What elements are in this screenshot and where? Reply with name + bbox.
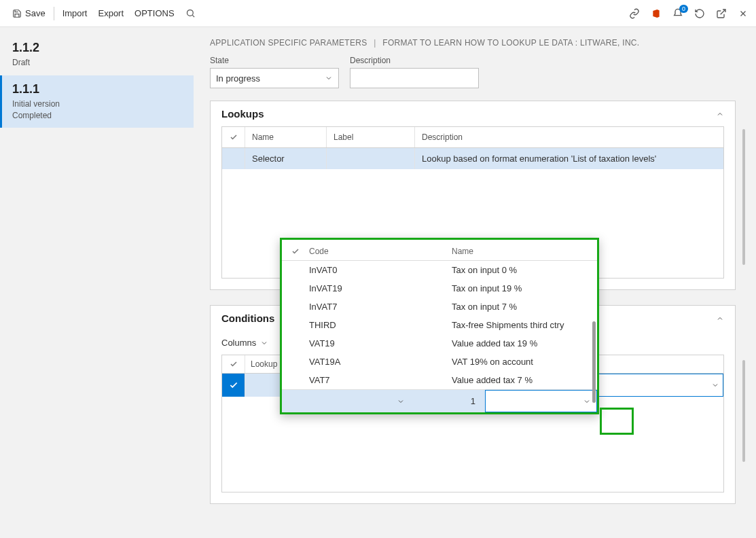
select-all-header[interactable] — [222, 355, 245, 373]
flyout-option[interactable]: VAT19Value added tax 19 % — [282, 334, 597, 353]
flyout-option-code: InVAT0 — [309, 265, 452, 275]
version-status: Draft — [12, 57, 181, 69]
row-description: Lookup based on format enumeration 'List… — [415, 148, 723, 169]
toolbar-separator — [54, 7, 54, 20]
flyout-option-code: THIRD — [309, 320, 452, 330]
app-toolbar: Save Import Export OPTIONS 0 — [0, 0, 756, 27]
flyout-name-header[interactable]: Name — [452, 247, 588, 256]
row-selected-indicator[interactable] — [222, 374, 245, 397]
version-sidebar: 1.1.2 Draft 1.1.1 Initial version Comple… — [0, 27, 194, 538]
popout-button[interactable] — [715, 7, 727, 20]
row-name: Selector — [245, 148, 327, 169]
collapse-icon[interactable] — [716, 315, 724, 323]
version-item-2[interactable]: 1.1.1 Initial version Completed — [0, 75, 194, 128]
options-button[interactable]: OPTIONS — [129, 0, 180, 26]
flyout-option-name: Tax-free Shipments third ctry — [452, 320, 588, 330]
flyout-option-name: Value added tax 19 % — [452, 338, 588, 348]
flyout-option[interactable]: VAT7Value added tax 7 % — [282, 371, 597, 389]
flyout-option[interactable]: InVAT0Tax on input 0 % — [282, 261, 597, 279]
lookups-title: Lookups — [221, 108, 264, 120]
flyout-select-header[interactable] — [291, 247, 309, 255]
flyout-option-name: VAT 19% on account — [452, 357, 588, 367]
flyout-option-name: Value added tax 7 % — [452, 375, 588, 385]
breadcrumb-b: FORMAT TO LEARN HOW TO LOOKUP LE DATA : … — [382, 38, 639, 48]
state-dropdown[interactable]: In progress — [210, 68, 339, 88]
description-field: Description — [350, 56, 479, 88]
state-label: State — [210, 56, 339, 65]
flyout-option[interactable]: InVAT19Tax on input 19 % — [282, 279, 597, 298]
notification-badge: 0 — [679, 5, 688, 13]
flyout-editing-row: 1 — [282, 389, 597, 412]
search-button[interactable] — [180, 0, 201, 26]
scrollbar[interactable] — [742, 129, 745, 265]
chevron-down-icon — [260, 339, 268, 347]
flyout-option-name: Tax on input 0 % — [452, 265, 588, 275]
state-value: In progress — [216, 73, 260, 84]
flyout-scrollbar[interactable] — [592, 321, 596, 403]
collapse-icon[interactable] — [716, 110, 724, 118]
label-header[interactable]: Label — [327, 127, 415, 147]
highlight-annotation — [600, 408, 634, 435]
columns-button[interactable]: Columns — [221, 338, 256, 348]
svg-line-1 — [192, 15, 194, 17]
flyout-option-code: InVAT7 — [309, 302, 452, 312]
flyout-option-code: VAT19 — [309, 338, 452, 348]
code-lookup-flyout: Code Name InVAT0Tax on input 0 %InVAT19T… — [280, 238, 599, 414]
flyout-option-name: Tax on input 19 % — [452, 283, 588, 293]
description-input[interactable] — [350, 68, 479, 88]
chevron-down-icon[interactable] — [711, 381, 719, 389]
select-all-header[interactable] — [222, 127, 245, 147]
flyout-option[interactable]: THIRDTax-free Shipments third ctry — [282, 316, 597, 334]
row-selector[interactable] — [222, 148, 245, 169]
description-header[interactable]: Description — [415, 127, 723, 147]
office-icon[interactable] — [650, 7, 662, 20]
row-label — [327, 148, 415, 169]
notifications-button[interactable]: 0 — [672, 7, 684, 20]
link-icon[interactable] — [628, 7, 641, 20]
search-icon — [185, 8, 196, 18]
conditions-title: Conditions — [221, 312, 274, 324]
close-button[interactable] — [737, 7, 749, 20]
version-item-1[interactable]: 1.1.2 Draft — [0, 34, 194, 75]
refresh-button[interactable] — [694, 7, 706, 20]
save-label: Save — [25, 8, 46, 18]
version-number: 1.1.2 — [12, 41, 181, 55]
breadcrumb-separator: | — [374, 38, 376, 48]
version-desc: Initial version — [12, 98, 181, 110]
breadcrumb: APPLICATION SPECIFIC PARAMETERS | FORMAT… — [210, 38, 736, 48]
breadcrumb-a: APPLICATION SPECIFIC PARAMETERS — [210, 38, 367, 48]
flyout-option-name: Tax on input 7 % — [452, 302, 588, 312]
svg-line-2 — [721, 10, 725, 14]
name-header[interactable]: Name — [245, 127, 327, 147]
flyout-option-code: InVAT19 — [309, 283, 452, 293]
save-button[interactable]: Save — [7, 0, 51, 26]
state-field: State In progress — [210, 56, 339, 88]
lookups-row[interactable]: Selector Lookup based on format enumerat… — [222, 148, 723, 169]
version-number: 1.1.1 — [12, 82, 181, 96]
flyout-option-code: VAT7 — [309, 375, 452, 385]
flyout-code-input[interactable] — [485, 390, 597, 412]
import-button[interactable]: Import — [57, 0, 93, 26]
flyout-option-code: VAT19A — [309, 357, 452, 367]
version-status: Completed — [12, 110, 181, 122]
svg-point-0 — [187, 10, 193, 16]
flyout-option[interactable]: InVAT7Tax on input 7 % — [282, 298, 597, 316]
description-label: Description — [350, 56, 479, 65]
flyout-line-value: 1 — [410, 396, 485, 406]
flyout-code-header[interactable]: Code — [309, 247, 452, 256]
flyout-lookup-dropdown[interactable] — [300, 397, 410, 406]
export-button[interactable]: Export — [92, 0, 129, 26]
chevron-down-icon — [325, 74, 333, 82]
flyout-option[interactable]: VAT19AVAT 19% on account — [282, 353, 597, 371]
scrollbar[interactable] — [742, 360, 745, 462]
save-icon — [12, 9, 22, 18]
